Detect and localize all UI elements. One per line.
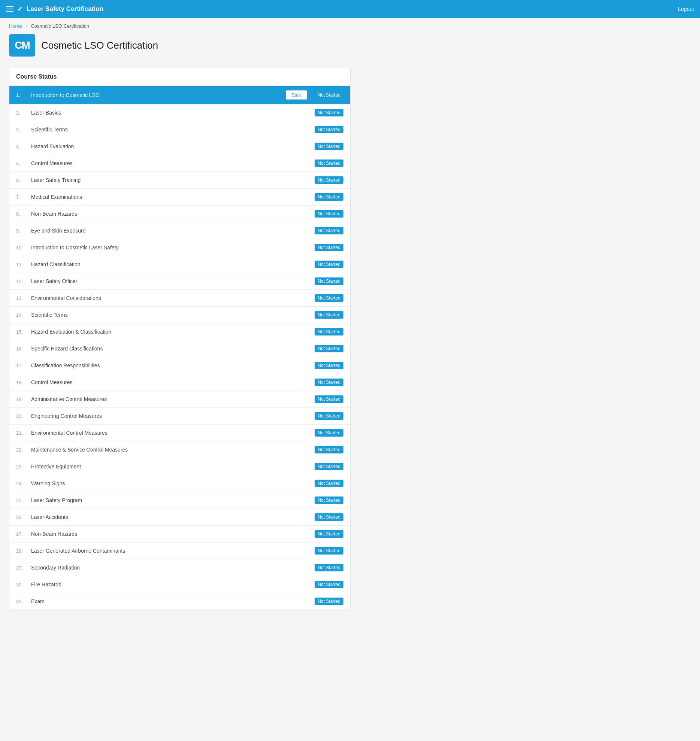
module-row[interactable]: 18.Control MeasuresNot Started	[9, 374, 350, 391]
module-row[interactable]: 25.Laser Safety ProgramNot Started	[9, 492, 350, 509]
module-number: 3.	[16, 127, 28, 133]
not-started-badge: Not Started	[315, 126, 343, 133]
module-row[interactable]: 29.Secondary RadiationNot Started	[9, 559, 350, 576]
module-name: Secondary Radiation	[31, 565, 312, 571]
module-number: 18.	[16, 380, 28, 385]
module-number: 20.	[16, 413, 28, 419]
not-started-badge: Not Started	[315, 446, 343, 453]
module-row[interactable]: 22.Maintenance & Service Control Measure…	[9, 441, 350, 458]
module-number: 25.	[16, 498, 28, 503]
module-number: 24.	[16, 481, 28, 486]
logout-button[interactable]: Logout	[678, 6, 694, 12]
breadcrumb-separator: ›	[25, 23, 27, 29]
module-row[interactable]: 27.Non-Beam HazardsNot Started	[9, 526, 350, 543]
module-row[interactable]: 9.Eye and Skin ExposureNot Started	[9, 222, 350, 239]
module-number: 8.	[16, 211, 28, 217]
module-number: 31.	[16, 599, 28, 604]
module-row[interactable]: 19.Administrative Control MeasuresNot St…	[9, 391, 350, 408]
module-row[interactable]: 7.Medical ExaminationsNot Started	[9, 189, 350, 206]
module-name: Laser Basics	[31, 110, 312, 116]
module-row[interactable]: 15.Hazard Evaluation & ClassificationNot…	[9, 324, 350, 340]
module-number: 15.	[16, 329, 28, 335]
not-started-badge: Not Started	[315, 362, 343, 369]
module-name: Engineering Control Measures	[31, 413, 312, 419]
module-number: 10.	[16, 245, 28, 250]
module-name: Maintenance & Service Control Measures	[31, 447, 312, 453]
module-row[interactable]: 26.Laser AccidentsNot Started	[9, 509, 350, 526]
module-row[interactable]: 1.Introduction to Cosmetic LSOStartNot S…	[9, 86, 350, 104]
module-row[interactable]: 5.Control MeasuresNot Started	[9, 155, 350, 172]
not-started-badge: Not Started	[315, 277, 343, 285]
not-started-badge: Not Started	[315, 412, 343, 420]
module-number: 2.	[16, 110, 28, 116]
module-row[interactable]: 12.Laser Safety OfficerNot Started	[9, 273, 350, 290]
module-name: Eye and Skin Exposure	[31, 228, 312, 234]
module-row[interactable]: 23.Protective EquipmentNot Started	[9, 458, 350, 475]
module-name: Protective Equipment	[31, 464, 312, 470]
module-row[interactable]: 28.Laser Generated Airborne Contaminants…	[9, 543, 350, 559]
not-started-badge: Not Started	[315, 581, 343, 588]
module-row[interactable]: 6.Laser Safety TrainingNot Started	[9, 172, 350, 189]
not-started-badge: Not Started	[315, 176, 343, 184]
not-started-badge: Not Started	[315, 109, 343, 116]
module-row[interactable]: 8.Non-Beam HazardsNot Started	[9, 206, 350, 222]
course-logo: CM	[9, 34, 35, 57]
not-started-badge: Not Started	[315, 311, 343, 319]
module-row[interactable]: 14.Scientific TermsNot Started	[9, 307, 350, 324]
module-row[interactable]: 16.Specific Hazard ClassificationsNot St…	[9, 340, 350, 357]
modules-list: 1.Introduction to Cosmetic LSOStartNot S…	[9, 86, 350, 610]
not-started-badge: Not Started	[315, 547, 343, 555]
module-number: 4.	[16, 144, 28, 149]
module-number: 23.	[16, 464, 28, 470]
module-number: 29.	[16, 565, 28, 571]
module-number: 30.	[16, 582, 28, 587]
module-name: Laser Safety Officer	[31, 278, 312, 284]
module-name: Non-Beam Hazards	[31, 531, 312, 537]
module-name: Non-Beam Hazards	[31, 211, 312, 217]
module-number: 11.	[16, 262, 28, 267]
course-header: CM Cosmetic LSO Certification	[9, 34, 351, 57]
module-row[interactable]: 31.ExamNot Started	[9, 593, 350, 610]
module-row[interactable]: 2.Laser BasicsNot Started	[9, 104, 350, 121]
hamburger-icon[interactable]	[6, 6, 13, 12]
module-row[interactable]: 11.Hazard ClassificationNot Started	[9, 256, 350, 273]
course-status-section: Course Status 1.Introduction to Cosmetic…	[9, 68, 351, 610]
module-name: Administrative Control Measures	[31, 396, 312, 402]
module-number: 19.	[16, 397, 28, 402]
module-number: 9.	[16, 228, 28, 234]
module-number: 16.	[16, 346, 28, 352]
start-button[interactable]: Start	[286, 90, 307, 100]
not-started-badge: Not Started	[315, 328, 343, 335]
module-name: Laser Safety Program	[31, 497, 312, 503]
not-started-badge: Not Started	[315, 345, 343, 352]
course-status-header: Course Status	[9, 68, 350, 86]
module-row[interactable]: 13.Environmental ConsiderationsNot Start…	[9, 290, 350, 307]
module-row[interactable]: 21.Environmental Control MeasuresNot Sta…	[9, 425, 350, 441]
not-started-badge: Not Started	[315, 143, 343, 150]
not-started-badge: Not Started	[315, 564, 343, 571]
module-name: Fire Hazards	[31, 581, 312, 587]
not-started-badge: Not Started	[315, 530, 343, 538]
module-row[interactable]: 17.Classification ResponsibilitiesNot St…	[9, 357, 350, 374]
breadcrumb-home-link[interactable]: Home	[9, 23, 22, 29]
module-name: Introduction to Cosmetic LSO	[31, 92, 283, 98]
nav-left: ✓ Laser Safety Certification	[6, 5, 103, 13]
not-started-badge: Not Started	[315, 193, 343, 201]
module-row[interactable]: 24.Warning SignsNot Started	[9, 475, 350, 492]
module-row[interactable]: 20.Engineering Control MeasuresNot Start…	[9, 408, 350, 425]
not-started-badge: Not Started	[315, 227, 343, 234]
not-started-badge: Not Started	[315, 91, 343, 99]
module-row[interactable]: 30.Fire HazardsNot Started	[9, 576, 350, 593]
module-name: Control Measures	[31, 160, 312, 166]
not-started-badge: Not Started	[315, 480, 343, 487]
module-row[interactable]: 4.Hazard EvaluationNot Started	[9, 138, 350, 155]
not-started-badge: Not Started	[315, 244, 343, 251]
not-started-badge: Not Started	[315, 294, 343, 302]
breadcrumb-current: Cosmetic LSO Certification	[31, 23, 89, 29]
module-row[interactable]: 3.Scientific TermsNot Started	[9, 121, 350, 138]
not-started-badge: Not Started	[315, 160, 343, 167]
module-name: Introduction to Cosmetic Laser Safety	[31, 245, 312, 250]
checkmark-icon: ✓	[17, 5, 23, 13]
module-number: 13.	[16, 295, 28, 301]
module-row[interactable]: 10.Introduction to Cosmetic Laser Safety…	[9, 239, 350, 256]
